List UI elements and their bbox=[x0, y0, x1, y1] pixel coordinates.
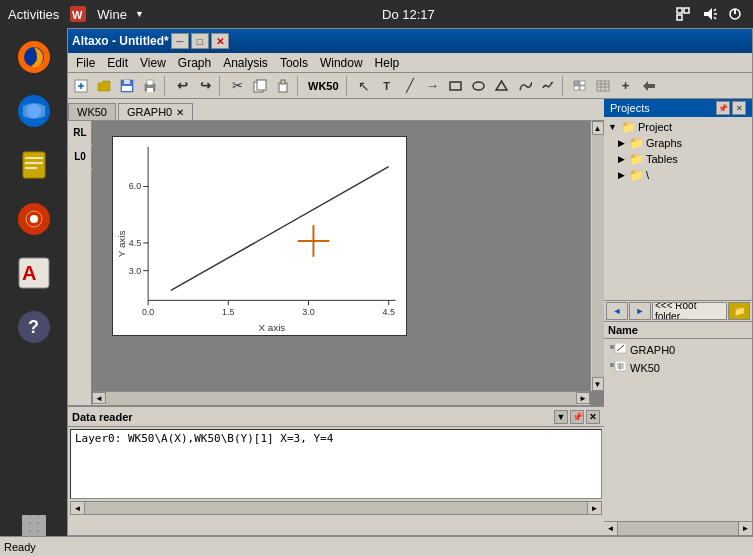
svg-rect-15 bbox=[22, 515, 30, 523]
svg-rect-17 bbox=[38, 515, 46, 523]
projects-header-controls: 📌 ✕ bbox=[716, 101, 746, 115]
tb-triangle[interactable] bbox=[491, 75, 513, 97]
tb-redo[interactable]: ↪ bbox=[194, 75, 216, 97]
menu-tools[interactable]: Tools bbox=[274, 53, 314, 72]
svg-rect-82 bbox=[610, 345, 614, 349]
graph-area: WK50 GRAPH0 ✕ RL L0 bbox=[68, 99, 604, 535]
tb-curve[interactable] bbox=[514, 75, 536, 97]
tb-text[interactable]: T bbox=[376, 75, 398, 97]
tb-arrow[interactable]: → bbox=[422, 75, 444, 97]
dr-hscroll-left[interactable]: ◄ bbox=[71, 502, 85, 514]
tb-expand[interactable] bbox=[638, 75, 660, 97]
tb-paste[interactable] bbox=[272, 75, 294, 97]
right-panel-hscroll[interactable]: ◄ ► bbox=[604, 521, 752, 535]
graph-hscroll[interactable]: ◄ ► bbox=[92, 391, 590, 405]
menu-analysis[interactable]: Analysis bbox=[217, 53, 274, 72]
tb-open[interactable] bbox=[93, 75, 115, 97]
thunderbird-icon[interactable] bbox=[9, 86, 59, 136]
close-button[interactable]: ✕ bbox=[211, 33, 229, 49]
tb-freehand[interactable] bbox=[537, 75, 559, 97]
menu-file[interactable]: File bbox=[70, 53, 101, 72]
music-icon[interactable] bbox=[9, 194, 59, 244]
tree-item-project[interactable]: ▼ 📁 Project bbox=[606, 119, 750, 135]
rp-hscroll-track[interactable] bbox=[618, 522, 738, 535]
maximize-button[interactable]: □ bbox=[191, 33, 209, 49]
tb-cursor[interactable]: ↖ bbox=[353, 75, 375, 97]
hscroll-track[interactable] bbox=[106, 392, 576, 405]
volume-icon[interactable] bbox=[699, 4, 719, 24]
tree-item-graphs[interactable]: ▶ 📁 Graphs bbox=[606, 135, 750, 151]
minimize-button[interactable]: ─ bbox=[171, 33, 189, 49]
menu-window[interactable]: Window bbox=[314, 53, 369, 72]
activity-sidebar: A ? bbox=[0, 28, 67, 556]
file-item-wk50[interactable]: WK50 bbox=[606, 359, 750, 377]
vscroll-track[interactable] bbox=[592, 135, 604, 377]
menu-help[interactable]: Help bbox=[369, 53, 406, 72]
files-icon[interactable] bbox=[9, 140, 59, 190]
tb-cut[interactable]: ✂ bbox=[226, 75, 248, 97]
vscroll-up-btn[interactable]: ▲ bbox=[592, 121, 604, 135]
hscroll-left-btn[interactable]: ◄ bbox=[92, 392, 106, 404]
doc-tabs: WK50 GRAPH0 ✕ bbox=[68, 99, 604, 121]
hscroll-right-btn[interactable]: ► bbox=[576, 392, 590, 404]
chart-svg: 6.0 4.5 3.0 0.0 1.5 3.0 bbox=[113, 137, 406, 335]
wine-arrow-icon[interactable]: ▼ bbox=[135, 9, 144, 19]
menu-view[interactable]: View bbox=[134, 53, 172, 72]
system-bar: Activities W Wine ▼ Do 12:17 bbox=[0, 0, 753, 28]
l0-button[interactable]: L0 bbox=[68, 145, 92, 169]
svg-line-32 bbox=[714, 17, 716, 19]
name-column-header: Name bbox=[608, 324, 638, 336]
nav-folder-btn[interactable]: 📁 bbox=[728, 302, 750, 320]
tb-line-draw[interactable]: ╱ bbox=[399, 75, 421, 97]
nav-back-btn[interactable]: ◄ bbox=[606, 302, 628, 320]
tb-rect[interactable] bbox=[445, 75, 467, 97]
dr-dropdown-btn[interactable]: ▼ bbox=[554, 410, 568, 424]
power-icon[interactable] bbox=[725, 4, 745, 24]
firefox-icon[interactable] bbox=[9, 32, 59, 82]
dr-pin-btn[interactable]: 📌 bbox=[570, 410, 584, 424]
graph-vscroll[interactable]: ▲ ▼ bbox=[590, 121, 604, 391]
project-tree: ▼ 📁 Project ▶ 📁 Graphs ▶ 📁 Tables ▶ 📁 bbox=[604, 117, 752, 300]
tb-copy[interactable] bbox=[249, 75, 271, 97]
tree-item-backslash[interactable]: ▶ 📁 \ bbox=[606, 167, 750, 183]
status-bar: Ready bbox=[0, 536, 753, 556]
projects-pin-btn[interactable]: 📌 bbox=[716, 101, 730, 115]
rp-hscroll-left[interactable]: ◄ bbox=[604, 522, 618, 535]
dr-hscroll-right[interactable]: ► bbox=[587, 502, 601, 514]
projects-close-btn[interactable]: ✕ bbox=[732, 101, 746, 115]
svg-rect-18 bbox=[22, 523, 30, 531]
dr-hscroll-track[interactable] bbox=[85, 502, 587, 514]
tb-ellipse[interactable] bbox=[468, 75, 490, 97]
tab-close-icon[interactable]: ✕ bbox=[176, 107, 184, 118]
svg-rect-55 bbox=[597, 81, 609, 91]
activities-button[interactable]: Activities bbox=[8, 7, 59, 22]
graph-canvas[interactable]: 6.0 4.5 3.0 0.0 1.5 3.0 bbox=[112, 136, 407, 336]
tree-item-tables[interactable]: ▶ 📁 Tables bbox=[606, 151, 750, 167]
rl-button[interactable]: RL bbox=[68, 121, 92, 145]
svg-rect-40 bbox=[122, 86, 132, 91]
tb-new[interactable] bbox=[70, 75, 92, 97]
tb-zoom-in[interactable]: + bbox=[615, 75, 637, 97]
nav-forward-btn[interactable]: ► bbox=[629, 302, 651, 320]
panel-nav-toolbar: ◄ ► <<< Root folder... 📁 bbox=[604, 300, 752, 322]
menu-graph[interactable]: Graph bbox=[172, 53, 217, 72]
rp-hscroll-right[interactable]: ► bbox=[738, 522, 752, 535]
tb-save[interactable] bbox=[116, 75, 138, 97]
help-icon[interactable]: ? bbox=[9, 302, 59, 352]
dr-close-btn[interactable]: ✕ bbox=[586, 410, 600, 424]
altaxo-icon[interactable]: A bbox=[9, 248, 59, 298]
tab-wk50[interactable]: WK50 bbox=[68, 103, 116, 120]
tb-undo[interactable]: ↩ bbox=[171, 75, 193, 97]
network-icon[interactable] bbox=[673, 4, 693, 24]
tb-grid2[interactable] bbox=[592, 75, 614, 97]
menu-edit[interactable]: Edit bbox=[101, 53, 134, 72]
tb-grid1[interactable] bbox=[569, 75, 591, 97]
tab-graph0[interactable]: GRAPH0 ✕ bbox=[118, 103, 193, 120]
svg-text:1.5: 1.5 bbox=[222, 307, 234, 317]
tb-print[interactable] bbox=[139, 75, 161, 97]
dr-hscroll[interactable]: ◄ ► bbox=[70, 501, 602, 515]
svg-rect-47 bbox=[281, 80, 285, 84]
vscroll-down-btn[interactable]: ▼ bbox=[592, 377, 604, 391]
wine-label[interactable]: Wine bbox=[97, 7, 127, 22]
file-item-graph0[interactable]: GRAPH0 bbox=[606, 341, 750, 359]
